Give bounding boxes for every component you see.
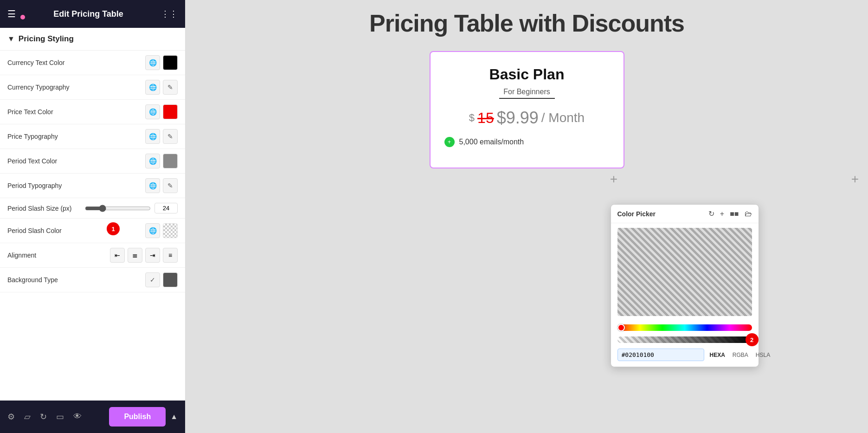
picker-add-btn[interactable]: + bbox=[720, 210, 724, 218]
main-area: ☰ Edit Pricing Table ⋮⋮ ▼ Pricing Stylin… bbox=[0, 0, 868, 433]
canvas-area: Pricing Table with Discounts Basic Plan … bbox=[186, 0, 868, 433]
section-arrow: ▼ bbox=[7, 35, 15, 43]
pricing-card[interactable]: Basic Plan For Beginners $ 15 $9.99 / Mo… bbox=[430, 51, 624, 168]
picker-reset-btn[interactable]: ↻ bbox=[708, 209, 714, 218]
price-typography-label: Price Typography bbox=[7, 133, 145, 140]
card-plan-name: Basic Plan bbox=[444, 66, 610, 83]
responsive-icon[interactable]: ▭ bbox=[56, 412, 64, 422]
opacity-slider-wrapper: 2 bbox=[611, 335, 759, 346]
alignment-row: Alignment ⇤ ≣ ⇥ ≡ bbox=[0, 243, 185, 268]
picker-palette-btn[interactable]: ■■ bbox=[730, 210, 739, 218]
price-typography-pencil-btn[interactable]: ✎ bbox=[163, 129, 178, 144]
price-text-color-controls: 🌐 bbox=[145, 104, 178, 119]
feature-row-0: + 5,000 emails/month bbox=[444, 135, 610, 149]
sidebar-title: Edit Pricing Table bbox=[53, 9, 123, 19]
publish-wrapper: Publish ▲ bbox=[109, 407, 178, 427]
currency-text-color-row: Currency Text Color 🌐 bbox=[0, 51, 185, 75]
price-text-color-row: Price Text Color 🌐 bbox=[0, 100, 185, 124]
slash-size-row: Period Slash Size (px) 24 bbox=[0, 198, 185, 219]
picker-eyedropper-btn[interactable]: 🗁 bbox=[745, 210, 752, 218]
app-container: ☰ Edit Pricing Table ⋮⋮ ▼ Pricing Stylin… bbox=[0, 0, 868, 433]
bg-type-swatch[interactable] bbox=[163, 272, 178, 287]
settings-icon[interactable]: ⚙ bbox=[7, 412, 15, 422]
publish-chevron-icon[interactable]: ▲ bbox=[170, 413, 178, 421]
picker-header: Color Picker ↻ + ■■ 🗁 bbox=[611, 205, 759, 223]
sidebar-header: ☰ Edit Pricing Table ⋮⋮ bbox=[0, 0, 185, 28]
card-subtitle: For Beginners bbox=[444, 88, 610, 96]
canvas-plus-left[interactable]: + bbox=[610, 172, 617, 187]
period-text-color-swatch[interactable] bbox=[163, 154, 178, 168]
hue-slider-wrapper bbox=[611, 321, 759, 335]
publish-button[interactable]: Publish bbox=[109, 407, 166, 427]
alignment-label: Alignment bbox=[7, 252, 110, 259]
price-typography-globe-btn[interactable]: 🌐 bbox=[145, 129, 160, 144]
currency-typography-pencil-btn[interactable]: ✎ bbox=[163, 80, 178, 95]
slash-size-label: Period Slash Size (px) bbox=[7, 205, 85, 212]
opacity-track: 2 bbox=[617, 336, 752, 343]
currency-typography-row: Currency Typography 🌐 ✎ bbox=[0, 75, 185, 100]
step-1-badge[interactable]: 1 bbox=[107, 222, 120, 235]
canvas-plus-right[interactable]: + bbox=[851, 172, 859, 187]
align-center-btn[interactable]: ≣ bbox=[128, 248, 142, 263]
layers-icon[interactable]: ▱ bbox=[24, 412, 31, 422]
currency-typography-globe-btn[interactable]: 🌐 bbox=[145, 80, 160, 95]
slash-size-slider-wrapper: 24 bbox=[85, 203, 178, 213]
picker-title: Color Picker bbox=[617, 210, 656, 218]
hexa-mode-btn[interactable]: HEXA bbox=[708, 351, 727, 359]
header-dot bbox=[20, 15, 25, 19]
period-text-color-label: Period Text Color bbox=[7, 157, 145, 165]
hue-slider[interactable] bbox=[617, 324, 752, 331]
align-justify-btn[interactable]: ≡ bbox=[163, 248, 178, 263]
alignment-controls: ⇤ ≣ ⇥ ≡ bbox=[110, 248, 178, 263]
preview-icon[interactable]: 👁 bbox=[73, 412, 82, 422]
bottom-toolbar: ⚙ ▱ ↻ ▭ 👁 Publish ▲ bbox=[0, 401, 185, 433]
sidebar: ☰ Edit Pricing Table ⋮⋮ ▼ Pricing Stylin… bbox=[0, 0, 186, 433]
price-text-color-swatch[interactable] bbox=[163, 104, 178, 119]
currency-symbol: $ bbox=[469, 112, 475, 124]
currency-text-color-swatch[interactable] bbox=[163, 55, 178, 70]
align-left-btn[interactable]: ⇤ bbox=[110, 248, 125, 263]
currency-text-color-globe-btn[interactable]: 🌐 bbox=[145, 55, 160, 70]
color-picker-popup: Color Picker ↻ + ■■ 🗁 bbox=[611, 204, 759, 367]
slash-color-swatch[interactable] bbox=[163, 223, 178, 238]
toolbar-icons: ⚙ ▱ ↻ ▭ 👁 bbox=[7, 412, 82, 422]
price-text-color-globe-btn[interactable]: 🌐 bbox=[145, 104, 160, 119]
rgba-mode-btn[interactable]: RGBA bbox=[731, 351, 750, 359]
discounted-price: $9.99 bbox=[497, 108, 539, 128]
page-title: Pricing Table with Discounts bbox=[369, 9, 684, 37]
currency-typography-controls: 🌐 ✎ bbox=[145, 80, 178, 95]
original-price: 15 bbox=[477, 110, 494, 127]
hex-input[interactable]: #02010100 bbox=[617, 349, 704, 361]
bg-type-check-btn[interactable]: ✓ bbox=[145, 272, 160, 287]
slash-size-value[interactable]: 24 bbox=[154, 203, 178, 213]
slash-size-slider[interactable] bbox=[85, 205, 151, 212]
period-typography-controls: 🌐 ✎ bbox=[145, 178, 178, 193]
period-text-color-globe-btn[interactable]: 🌐 bbox=[145, 154, 160, 168]
bg-type-row: Background Type ✓ bbox=[0, 268, 185, 292]
period-typography-globe-btn[interactable]: 🌐 bbox=[145, 178, 160, 193]
section-header[interactable]: ▼ Pricing Styling bbox=[0, 28, 185, 51]
slash-color-controls: 🌐 bbox=[145, 223, 178, 238]
align-right-btn[interactable]: ⇥ bbox=[145, 248, 160, 263]
pricing-card-wrapper: Basic Plan For Beginners $ 15 $9.99 / Mo… bbox=[430, 51, 624, 168]
grid-icon[interactable]: ⋮⋮ bbox=[161, 9, 178, 19]
color-picker-canvas[interactable] bbox=[617, 228, 752, 316]
price-typography-controls: 🌐 ✎ bbox=[145, 129, 178, 144]
sidebar-content: ▼ Pricing Styling Currency Text Color 🌐 … bbox=[0, 28, 185, 401]
price-text-color-label: Price Text Color bbox=[7, 108, 145, 116]
price-row: $ 15 $9.99 / Month bbox=[444, 108, 610, 128]
currency-text-color-controls: 🌐 bbox=[145, 55, 178, 70]
slash-color-globe-btn[interactable]: 🌐 bbox=[145, 223, 160, 238]
feature-text-0: 5,000 emails/month bbox=[459, 138, 524, 146]
bg-type-label: Background Type bbox=[7, 276, 145, 284]
hsla-mode-btn[interactable]: HSLA bbox=[754, 351, 772, 359]
history-icon[interactable]: ↻ bbox=[40, 412, 47, 422]
menu-icon[interactable]: ☰ bbox=[7, 9, 16, 19]
period-text-color-row: Period Text Color 🌐 bbox=[0, 149, 185, 174]
step-2-badge[interactable]: 2 bbox=[746, 333, 759, 346]
slash-color-label: Period Slash Color bbox=[7, 227, 145, 234]
period-typography-pencil-btn[interactable]: ✎ bbox=[163, 178, 178, 193]
card-subtitle-underline bbox=[499, 98, 555, 99]
currency-typography-label: Currency Typography bbox=[7, 84, 145, 91]
price-typography-row: Price Typography 🌐 ✎ bbox=[0, 124, 185, 149]
